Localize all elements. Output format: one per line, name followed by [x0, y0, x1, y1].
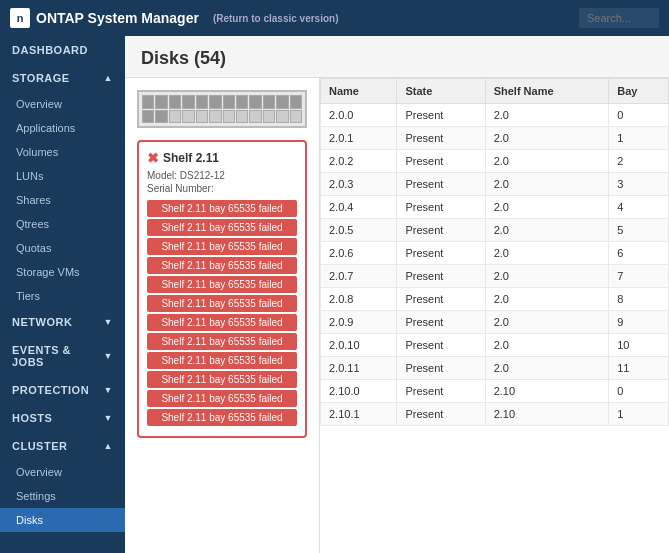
cell-shelf-name: 2.0	[485, 173, 609, 196]
sidebar-section-events[interactable]: EVENTS & JOBS ▼	[0, 336, 125, 376]
cell-state: Present	[397, 288, 485, 311]
sidebar-item-dashboard[interactable]: DASHBOARD	[0, 36, 125, 64]
disk-cell	[263, 110, 275, 124]
cell-name: 2.10.0	[321, 380, 397, 403]
sidebar-item-overview-storage[interactable]: Overview	[0, 92, 125, 116]
shelf-model: Model: DS212-12	[147, 170, 297, 181]
cell-name: 2.0.10	[321, 334, 397, 357]
disk-cell	[142, 110, 154, 124]
cell-bay: 10	[609, 334, 669, 357]
disk-cell	[169, 95, 181, 109]
storage-chevron: ▲	[104, 73, 113, 83]
table-row: 2.0.4 Present 2.0 4	[321, 196, 669, 219]
col-name: Name	[321, 79, 397, 104]
sidebar-item-overview-cluster[interactable]: Overview	[0, 460, 125, 484]
cell-shelf-name: 2.0	[485, 288, 609, 311]
cell-name: 2.10.1	[321, 403, 397, 426]
disk-cell	[155, 110, 167, 124]
cell-name: 2.0.8	[321, 288, 397, 311]
cell-state: Present	[397, 357, 485, 380]
cluster-chevron: ▲	[104, 441, 113, 451]
sidebar-item-luns[interactable]: LUNs	[0, 164, 125, 188]
disk-cell	[209, 95, 221, 109]
disk-error-item: Shelf 2.11 bay 65535 failed	[147, 371, 297, 388]
shelf-name: Shelf 2.11	[163, 151, 219, 165]
cell-bay: 0	[609, 104, 669, 127]
cell-name: 2.0.6	[321, 242, 397, 265]
col-bay: Bay	[609, 79, 669, 104]
sidebar-item-storage-vms[interactable]: Storage VMs	[0, 260, 125, 284]
sidebar-item-disks[interactable]: Disks	[0, 508, 125, 532]
table-row: 2.0.10 Present 2.0 10	[321, 334, 669, 357]
table-row: 2.10.1 Present 2.10 1	[321, 403, 669, 426]
content-area: Disks (54)	[125, 36, 669, 553]
disk-error-item: Shelf 2.11 bay 65535 failed	[147, 238, 297, 255]
sidebar-item-tiers[interactable]: Tiers	[0, 284, 125, 308]
table-row: 2.0.6 Present 2.0 6	[321, 242, 669, 265]
dashboard-label: DASHBOARD	[12, 44, 88, 56]
disk-error-item: Shelf 2.11 bay 65535 failed	[147, 409, 297, 426]
table-row: 2.0.0 Present 2.0 0	[321, 104, 669, 127]
cell-bay: 5	[609, 219, 669, 242]
sidebar-section-protection[interactable]: PROTECTION ▼	[0, 376, 125, 404]
cell-shelf-name: 2.0	[485, 242, 609, 265]
table-body: 2.0.0 Present 2.0 0 2.0.1 Present 2.0 1 …	[321, 104, 669, 426]
sidebar-item-shares[interactable]: Shares	[0, 188, 125, 212]
app-header: n ONTAP System Manager (Return to classi…	[0, 0, 669, 36]
main-container: DASHBOARD STORAGE ▲ Overview Application…	[0, 36, 669, 553]
table-row: 2.0.7 Present 2.0 7	[321, 265, 669, 288]
cell-shelf-name: 2.0	[485, 127, 609, 150]
page-title: Disks (54)	[141, 48, 653, 69]
sidebar-item-applications[interactable]: Applications	[0, 116, 125, 140]
cell-shelf-name: 2.0	[485, 219, 609, 242]
col-state: State	[397, 79, 485, 104]
shelf-card: ✖ Shelf 2.11 Model: DS212-12 Serial Numb…	[137, 140, 307, 438]
cell-bay: 9	[609, 311, 669, 334]
disk-error-item: Shelf 2.11 bay 65535 failed	[147, 390, 297, 407]
cell-bay: 1	[609, 403, 669, 426]
hosts-label: HOSTS	[12, 412, 52, 424]
disk-error-item: Shelf 2.11 bay 65535 failed	[147, 333, 297, 350]
sidebar-section-hosts[interactable]: HOSTS ▼	[0, 404, 125, 432]
disk-cell	[236, 110, 248, 124]
cluster-label: CLUSTER	[12, 440, 67, 452]
sidebar-section-network[interactable]: NETWORK ▼	[0, 308, 125, 336]
cell-shelf-name: 2.0	[485, 265, 609, 288]
classic-link[interactable]: (Return to classic version)	[213, 13, 339, 24]
sidebar-item-qtrees[interactable]: Qtrees	[0, 212, 125, 236]
sidebar-section-storage[interactable]: STORAGE ▲	[0, 64, 125, 92]
cell-shelf-name: 2.0	[485, 357, 609, 380]
cell-state: Present	[397, 196, 485, 219]
disk-cell	[223, 110, 235, 124]
table-header-row: Name State Shelf Name Bay	[321, 79, 669, 104]
error-icon: ✖	[147, 150, 159, 166]
search-input[interactable]	[579, 8, 659, 28]
table-row: 2.10.0 Present 2.10 0	[321, 380, 669, 403]
disk-cell	[249, 110, 261, 124]
cell-state: Present	[397, 173, 485, 196]
cell-shelf-name: 2.0	[485, 334, 609, 357]
cell-name: 2.0.7	[321, 265, 397, 288]
disk-cell	[249, 95, 261, 109]
disk-cell	[236, 95, 248, 109]
disk-error-item: Shelf 2.11 bay 65535 failed	[147, 219, 297, 236]
sidebar-item-settings[interactable]: Settings	[0, 484, 125, 508]
events-chevron: ▼	[104, 351, 113, 361]
sidebar-item-quotas[interactable]: Quotas	[0, 236, 125, 260]
table-row: 2.0.9 Present 2.0 9	[321, 311, 669, 334]
sidebar-item-volumes[interactable]: Volumes	[0, 140, 125, 164]
cell-shelf-name: 2.0	[485, 311, 609, 334]
cell-state: Present	[397, 219, 485, 242]
disk-error-item: Shelf 2.11 bay 65535 failed	[147, 276, 297, 293]
sidebar-section-cluster[interactable]: CLUSTER ▲	[0, 432, 125, 460]
cell-shelf-name: 2.0	[485, 196, 609, 219]
disk-cell	[196, 110, 208, 124]
table-row: 2.0.5 Present 2.0 5	[321, 219, 669, 242]
table-row: 2.0.11 Present 2.0 11	[321, 357, 669, 380]
cell-name: 2.0.0	[321, 104, 397, 127]
content-body: ✖ Shelf 2.11 Model: DS212-12 Serial Numb…	[125, 78, 669, 553]
disk-cell	[290, 110, 302, 124]
cell-name: 2.0.5	[321, 219, 397, 242]
disk-cell	[182, 110, 194, 124]
app-title: ONTAP System Manager	[36, 10, 199, 26]
